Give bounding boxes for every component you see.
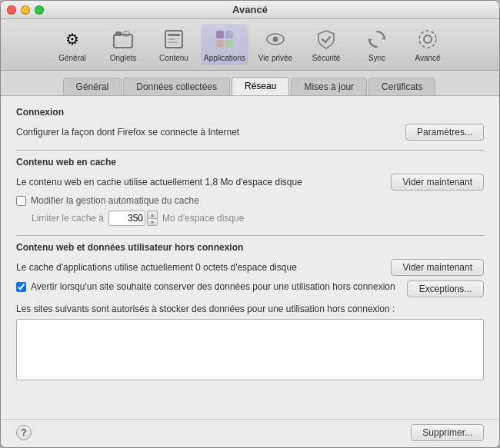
divider-1: [16, 150, 484, 151]
toolbar-item-tabs[interactable]: Onglets: [99, 24, 147, 65]
toolbar-item-security[interactable]: Sécurité: [302, 24, 350, 65]
window-title: Avancé: [232, 4, 268, 15]
bottom-bar: ? Supprimer...: [1, 419, 499, 447]
svg-rect-8: [225, 31, 233, 38]
close-button[interactable]: [7, 5, 16, 15]
hors-connexion-row: Le cache d'applications utilise actuelle…: [16, 259, 484, 276]
limit-cache-row: Limiter le cache à ▲ ▼ Mo d'espace disqu…: [32, 211, 484, 226]
toolbar: ⚙ Général Onglets Con: [1, 19, 499, 71]
toolbar-label-content: Contenu: [159, 54, 188, 62]
tab-mises[interactable]: Mises à jour: [291, 78, 367, 95]
tabs-icon: [111, 27, 135, 51]
limit-label: Limiter le cache à: [32, 213, 104, 224]
svg-point-16: [419, 31, 436, 48]
connexion-section: Connexion Configurer la façon dont Firef…: [16, 107, 484, 141]
toolbar-item-content[interactable]: Contenu: [150, 24, 198, 65]
connexion-params-button[interactable]: Paramètres...: [405, 124, 484, 141]
site-list-area: Les sites suivants sont autorisés à stoc…: [16, 303, 484, 380]
window-controls: [7, 5, 44, 15]
general-icon: ⚙: [60, 27, 85, 51]
hors-connexion-title: Contenu web et données utilisateur hors …: [16, 242, 484, 253]
cache-auto-label: Modifier la gestion automatique du cache: [31, 195, 199, 206]
svg-point-12: [273, 37, 278, 42]
warn-row: Avertir lorsqu'un site souhaite conserve…: [16, 280, 484, 298]
warn-checkbox[interactable]: [16, 282, 26, 292]
toolbar-label-sync: Sync: [368, 54, 385, 62]
minimize-button[interactable]: [21, 5, 30, 15]
svg-rect-2: [123, 32, 129, 36]
delete-button[interactable]: Supprimer...: [411, 424, 484, 441]
svg-rect-1: [115, 32, 122, 36]
connexion-row: Configurer la façon dont Firefox se conn…: [16, 124, 484, 141]
toolbar-label-advanced: Avancé: [415, 54, 440, 62]
cache-web-title: Contenu web en cache: [16, 157, 484, 168]
cache-limit-spinner: ▲ ▼: [108, 211, 158, 226]
spin-down-button[interactable]: ▼: [147, 218, 158, 226]
svg-rect-7: [216, 31, 224, 38]
svg-rect-10: [225, 40, 233, 48]
sync-icon: [365, 27, 389, 51]
cache-web-vider-button[interactable]: Vider maintenant: [391, 174, 484, 191]
tab-reseau[interactable]: Réseau: [232, 77, 289, 95]
tab-donnees[interactable]: Données collectées: [123, 78, 230, 95]
main-window: Avancé ⚙ Général Onglets: [0, 0, 500, 448]
maximize-button[interactable]: [35, 5, 44, 15]
cache-limit-input[interactable]: [108, 211, 145, 226]
connexion-title: Connexion: [16, 107, 484, 118]
toolbar-item-applications[interactable]: Applications: [201, 24, 248, 65]
tab-bar: Général Données collectées Réseau Mises …: [1, 71, 499, 96]
toolbar-label-general: Général: [58, 54, 86, 62]
toolbar-item-privacy[interactable]: Vie privée: [252, 24, 299, 65]
applications-icon: [212, 27, 237, 51]
toolbar-label-security: Sécurité: [312, 54, 341, 62]
titlebar: Avancé: [1, 1, 499, 19]
toolbar-item-general[interactable]: ⚙ Général: [48, 24, 96, 65]
main-content: Connexion Configurer la façon dont Firef…: [1, 96, 499, 419]
advanced-icon: [415, 27, 440, 51]
limit-unit: Mo d'espace disque: [162, 213, 244, 224]
divider-2: [16, 235, 484, 236]
toolbar-item-advanced[interactable]: Avancé: [404, 24, 452, 65]
toolbar-label-applications: Applications: [204, 54, 245, 62]
toolbar-label-privacy: Vie privée: [258, 54, 292, 62]
svg-rect-9: [216, 40, 224, 48]
hors-connexion-vider-button[interactable]: Vider maintenant: [391, 259, 484, 276]
svg-rect-6: [168, 41, 177, 43]
help-button[interactable]: ?: [16, 425, 32, 440]
warn-checkbox-wrap: Avertir lorsqu'un site souhaite conserve…: [16, 280, 399, 294]
tab-certificats[interactable]: Certificats: [368, 78, 435, 95]
content-icon: [162, 27, 186, 51]
svg-rect-4: [168, 34, 180, 36]
spin-up-button[interactable]: ▲: [147, 211, 158, 218]
tab-general[interactable]: Général: [63, 78, 122, 95]
svg-rect-5: [168, 38, 175, 40]
site-list-box: [16, 319, 484, 380]
svg-point-15: [424, 35, 432, 43]
cache-auto-checkbox[interactable]: [16, 196, 26, 206]
toolbar-item-sync[interactable]: Sync: [353, 24, 401, 65]
security-icon: [314, 27, 338, 51]
toolbar-label-tabs: Onglets: [110, 54, 136, 62]
spinner-buttons: ▲ ▼: [147, 211, 158, 226]
cache-web-row: Le contenu web en cache utilise actuelle…: [16, 174, 484, 191]
cache-web-section: Contenu web en cache Le contenu web en c…: [16, 157, 484, 226]
warn-label: Avertir lorsqu'un site souhaite conserve…: [31, 280, 399, 294]
exceptions-button[interactable]: Exceptions...: [407, 280, 484, 297]
hors-connexion-description: Le cache d'applications utilise actuelle…: [16, 261, 383, 274]
privacy-icon: [263, 27, 288, 51]
sites-label: Les sites suivants sont autorisés à stoc…: [16, 303, 484, 316]
cache-web-description: Le contenu web en cache utilise actuelle…: [16, 176, 383, 189]
cache-auto-row: Modifier la gestion automatique du cache: [16, 195, 484, 206]
svg-rect-0: [114, 35, 132, 48]
connexion-description: Configurer la façon dont Firefox se conn…: [16, 126, 398, 139]
hors-connexion-section: Contenu web et données utilisateur hors …: [16, 242, 484, 380]
